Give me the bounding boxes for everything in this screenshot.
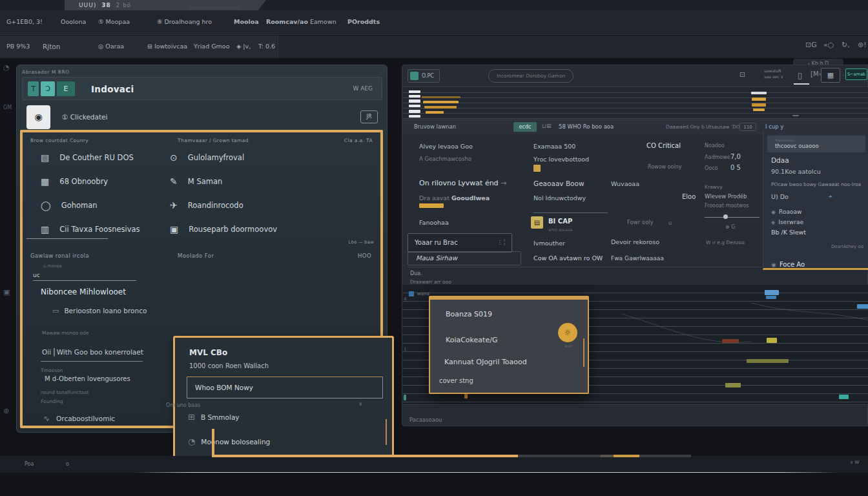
panel-box-icon[interactable]: ▣ <box>3 288 10 296</box>
cell-r7c1[interactable]: Fanoohaa <box>419 219 449 226</box>
menu-item-4[interactable]: ⑧ Droalhoang hro <box>157 18 212 25</box>
midi-note-teal-tick[interactable] <box>404 395 406 400</box>
grid-view-button[interactable]: ▦ <box>821 68 840 83</box>
clip-bar[interactable] <box>426 111 444 114</box>
chevron-icon[interactable]: ◦ <box>842 73 845 78</box>
cell-r9c2[interactable]: Cow OA avtawn ro OW <box>533 254 603 262</box>
menu-tile-directory[interactable]: ▦ 68 Obnoobry <box>41 174 108 187</box>
menu2-item-6[interactable]: ◈ |v, <box>236 43 251 50</box>
globe-icon[interactable]: ⊛! <box>858 41 867 49</box>
cell-r4c3[interactable]: Wuvaoaa <box>611 180 639 187</box>
panel-search-input[interactable] <box>488 69 574 83</box>
dialog-option-2[interactable]: ◔Moonow bolosealing <box>188 435 270 447</box>
menu-tile-report[interactable]: ▣ Rouseparb doormoovov <box>170 222 277 235</box>
cell-r2c4-value[interactable]: 7,0 <box>730 153 741 160</box>
probe-button[interactable]: ◉ <box>26 105 50 129</box>
loop-icon[interactable]: «○ <box>823 41 834 49</box>
cell-r3c4-value[interactable]: 0 5 <box>730 164 741 171</box>
popup-badge-icon[interactable]: ☼ <box>558 323 577 342</box>
clip-bar[interactable] <box>422 96 460 98</box>
details-selected-row[interactable]: wawaaraa thcoovc ouaooo <box>767 136 865 152</box>
status-right[interactable]: ∨ W <box>850 460 859 465</box>
meter-icon[interactable]: ▯ <box>798 70 802 80</box>
clip-bar[interactable] <box>752 98 766 101</box>
cell-r1c1[interactable]: Alvey levaoa Goo <box>419 143 473 150</box>
popup-scrollbar[interactable] <box>583 338 584 367</box>
list-item-2[interactable]: Oii ⎜With Goo boo konerrolaet <box>42 348 143 356</box>
copy-link[interactable]: I cup y <box>765 123 783 130</box>
popup-item-2[interactable]: KoiaCokeate/G <box>446 336 497 344</box>
menu2-item-3[interactable]: ◎ Oaraa <box>98 43 124 50</box>
kebab-icon[interactable]: ⋮╎ <box>497 239 506 245</box>
cap-icon[interactable]: ▤ <box>531 216 543 229</box>
connect-label[interactable]: ① Clickedatei <box>62 113 107 121</box>
menu-tile-person[interactable]: ◯ Gohoman <box>41 198 98 211</box>
cell-r1c3[interactable]: CO Critical <box>646 142 681 149</box>
menu-tile-resources[interactable]: ▥ Cii Tavxa Foosnesivas <box>41 222 140 235</box>
preset-selector[interactable]: Yoaar ru Brac ⋮╎ <box>408 233 512 253</box>
filter-input[interactable] <box>33 269 136 281</box>
midi-note-olive[interactable] <box>725 383 741 388</box>
cell-r5c2[interactable]: Nol ldnuwctodwy <box>533 194 586 202</box>
ecdc-badge[interactable]: ecdc <box>513 122 537 132</box>
midi-note-yellow[interactable] <box>767 338 777 343</box>
cell-r7c4[interactable]: ⊕ G <box>725 224 735 230</box>
cell-r5c3[interactable]: Eloo <box>682 193 696 200</box>
menu-tile-search[interactable]: ⊙ Gulolamyfroval <box>170 150 244 163</box>
clip-bar[interactable] <box>424 106 457 108</box>
menu2-item-5[interactable]: Yriad Gmoo <box>194 43 229 50</box>
popup-item-1[interactable]: Boanza S019 <box>446 310 492 318</box>
secondary-selector[interactable]: Maua Sirhaw <box>408 251 521 265</box>
midi-note-blue[interactable] <box>765 290 779 295</box>
menu-item-2[interactable]: Ooolona <box>61 18 86 25</box>
menu-tile-edit[interactable]: ✎ M Saman <box>170 174 222 187</box>
cell-r8c2[interactable]: Ivmouther <box>533 240 565 247</box>
menu-item-1[interactable]: G+1EB0, 3! <box>6 18 43 25</box>
strip-count-box[interactable]: 110 <box>739 123 756 131</box>
cell-r7c2[interactable]: BI CAP <box>548 218 572 225</box>
cell-r5c1[interactable]: Dra aavat Gooudlwea <box>419 194 490 202</box>
cell-r4c2[interactable]: Geaoaav Boow <box>533 180 584 187</box>
list-item-1[interactable]: ▭Beriooston loano bronco <box>52 307 147 315</box>
clip-bar[interactable] <box>753 108 765 111</box>
midi-note-red[interactable] <box>722 339 739 343</box>
menu-item-7[interactable]: Eamown <box>310 18 336 25</box>
jr-button[interactable]: JR <box>360 110 378 123</box>
midi-note-olive[interactable] <box>747 359 789 363</box>
clip-bar-white[interactable] <box>751 92 767 94</box>
strip-icons[interactable]: ⊔⊞ <box>542 123 552 129</box>
list-item-3[interactable]: M d-Oberten lovengusores <box>45 375 130 382</box>
color-swatch[interactable] <box>533 165 541 172</box>
cell-r2c1[interactable]: A Geachmawcosho <box>419 156 471 162</box>
clip-bar[interactable] <box>423 101 459 103</box>
menu-item-3[interactable]: ⑤ Moopaa <box>98 18 130 25</box>
details-item-3[interactable]: ◈ Iserwrae <box>771 214 803 227</box>
details-item-5[interactable]: ◉ Foce Ao <box>771 257 805 269</box>
menu-item-5[interactable]: Mooloa <box>234 18 259 25</box>
edge-globe-icon[interactable]: ⊛ <box>3 407 9 415</box>
box-footer-chevron[interactable]: ∨ <box>358 400 363 407</box>
menu2-item-7[interactable]: T: 0.6 <box>258 43 275 50</box>
dialog-field[interactable] <box>187 377 383 398</box>
mini-slider-track[interactable] <box>705 217 760 218</box>
cell-r1c2[interactable]: Examaaa 500 <box>533 143 575 150</box>
monitor-icon[interactable]: [M› <box>811 70 822 78</box>
cell-r2c2[interactable]: Yroc lovevbottood <box>533 156 589 163</box>
midi-note-teal[interactable] <box>839 395 849 399</box>
cell-r4c1[interactable]: On rilovno Lyvwat énd → <box>419 179 506 187</box>
menu-item-8[interactable]: POroddts <box>347 18 380 25</box>
refresh-icon[interactable]: ↻, <box>842 41 850 49</box>
popup-item-4[interactable]: cover stng <box>439 377 473 384</box>
menu-tile-docs[interactable]: ▤ De Couther RU DOS <box>41 150 134 163</box>
list-item-4[interactable]: ∿Orcaboostilvomic <box>43 414 115 423</box>
menu2-item-2[interactable]: Rjton <box>43 43 60 50</box>
details-item-1[interactable]: U) Do <box>771 193 789 200</box>
device-dropdown[interactable]: uawatuft aaa aoc ∨ <box>764 68 794 83</box>
popup-item-3[interactable]: Kannuat OJogril Toaood <box>444 358 527 366</box>
mini-slider-thumb[interactable] <box>723 214 728 219</box>
midi-note-blue[interactable] <box>857 304 868 309</box>
menu-tile-send[interactable]: ✈ Roandinrocodo <box>170 198 243 211</box>
square-tool-icon[interactable]: ⊡ <box>739 70 745 79</box>
midi-note-blue[interactable] <box>766 296 776 299</box>
clip-bar[interactable] <box>752 103 766 107</box>
